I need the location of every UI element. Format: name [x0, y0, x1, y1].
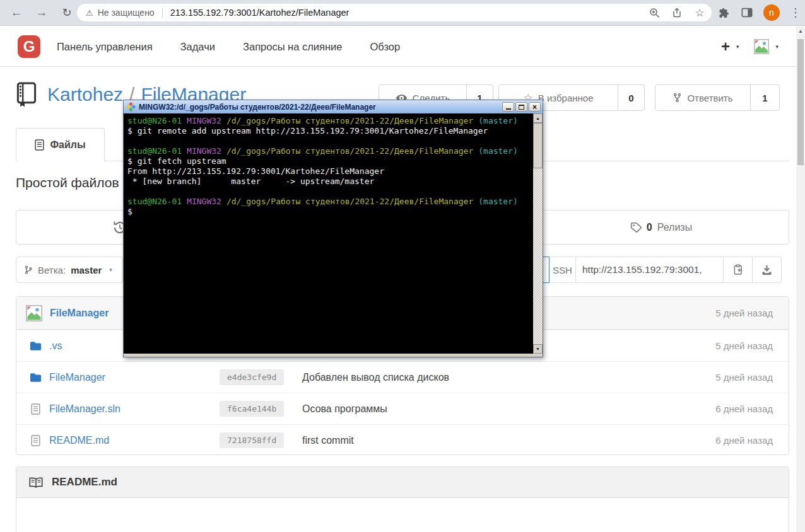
terminal-close-button[interactable]: ×	[529, 102, 541, 112]
repository-book-icon	[16, 82, 37, 107]
folder-icon	[29, 373, 42, 383]
commit-hash-badge[interactable]: e4de3cfe9d	[220, 369, 284, 385]
url-text[interactable]: 213.155.192.79:3001/Kartohez/FileManager	[170, 8, 350, 18]
side-panel-icon[interactable]	[741, 6, 753, 19]
browser-toolbar: ← → ↻ ⚠ Не защищено 213.155.192.79:3001/…	[0, 0, 805, 26]
terminal-scroll-up-button[interactable]: ▲	[533, 113, 543, 123]
commit-date: 5 дней назад	[715, 340, 773, 351]
repo-description: Простой файлов	[16, 175, 119, 190]
fork-button-group: Ответвить 1	[655, 84, 780, 111]
file-link[interactable]: .vs	[49, 340, 62, 352]
folder-icon	[29, 341, 42, 351]
gogs-navbar: G Панель управления Задачи Запросы на сл…	[0, 26, 805, 67]
mingw-terminal-window: MINGW32:/d/_gogs/Работы студентов/2021-2…	[123, 100, 543, 357]
committer-avatar-broken-image-icon	[26, 305, 42, 321]
page-scrollbar[interactable]: ▲	[796, 26, 805, 532]
avatar-caret-icon[interactable]: ▾	[775, 43, 779, 50]
download-button[interactable]	[753, 257, 782, 283]
terminal-scrollbar[interactable]: ▲ ▼	[533, 113, 543, 354]
nav-issues[interactable]: Задачи	[180, 41, 215, 53]
branch-caret-icon: ▾	[109, 267, 112, 273]
terminal-title: MINGW32:/d/_gogs/Работы студентов/2021-2…	[139, 103, 501, 112]
table-row[interactable]: README.md 7218758ffd first commit 6 дней…	[16, 424, 789, 455]
commit-date: 5 дней назад	[715, 372, 773, 383]
fork-button[interactable]: Ответвить	[655, 85, 750, 110]
terminal-maximize-button[interactable]	[515, 102, 527, 112]
terminal-scroll-down-button[interactable]: ▼	[533, 344, 543, 354]
commit-message[interactable]: Добавлен вывод списка дисков	[302, 372, 449, 383]
terminal-output: stud@N26-01MINGW32/d/_gogs/Работы студен…	[124, 113, 533, 354]
commit-date: 6 дней назад	[715, 403, 773, 414]
fork-icon	[673, 93, 682, 103]
user-avatar-broken-image-icon[interactable]	[754, 39, 769, 54]
star-count[interactable]: 0	[618, 85, 644, 110]
gogs-logo[interactable]: G	[18, 35, 40, 58]
releases-label: Релизы	[657, 222, 692, 233]
nav-dashboard[interactable]: Панель управления	[57, 41, 153, 53]
clipboard-copy-icon	[732, 264, 744, 275]
commit-hash-badge[interactable]: 7218758ffd	[220, 432, 284, 448]
file-link[interactable]: README.md	[49, 435, 109, 446]
scrollbar-up-arrow[interactable]: ▲	[796, 28, 805, 34]
fork-count[interactable]: 1	[750, 85, 779, 110]
clone-bar: HTTP SSH	[512, 257, 782, 283]
copy-url-button[interactable]	[724, 257, 753, 283]
omnibox-divider	[162, 8, 163, 18]
file-tab-icon	[35, 139, 44, 151]
file-link[interactable]: FileManager	[49, 372, 105, 383]
releases-link[interactable]: 0 Релизы	[532, 211, 790, 244]
new-repo-plus-button[interactable]: +	[721, 38, 730, 55]
browser-back-button[interactable]: ←	[8, 4, 25, 21]
scrollbar-thumb[interactable]	[797, 39, 804, 165]
terminal-bottom-frame	[124, 354, 543, 357]
download-icon	[761, 265, 772, 275]
commit-hash-badge[interactable]: f6ca4e144b	[220, 401, 284, 417]
mingw-icon	[126, 102, 136, 112]
branch-selector[interactable]: Ветка: master ▾	[16, 257, 123, 283]
clone-url-input[interactable]	[576, 257, 724, 283]
readme-header: README.md	[16, 467, 789, 498]
browser-menu-icon[interactable]: ⋮	[790, 6, 800, 20]
commit-message[interactable]: first commit	[302, 435, 354, 446]
open-book-icon	[29, 477, 43, 488]
nav-pull-requests[interactable]: Запросы на слияние	[243, 41, 343, 53]
file-icon	[29, 435, 42, 446]
not-secure-label[interactable]: Не защищено	[98, 8, 155, 18]
address-bar[interactable]: ⚠ Не защищено 213.155.192.79:3001/Kartoh…	[77, 4, 712, 21]
zoom-icon[interactable]	[649, 7, 660, 18]
plus-caret-icon[interactable]: ▾	[736, 43, 739, 50]
table-row[interactable]: FileManager.sln f6ca4e144b Осова програм…	[16, 393, 789, 424]
clone-ssh-button[interactable]: SSH	[549, 257, 576, 283]
file-link[interactable]: FileManager.sln	[49, 403, 120, 415]
repo-owner-link[interactable]: Kartohez	[47, 84, 123, 105]
readme-title: README.md	[52, 476, 117, 489]
terminal-minimize-button[interactable]	[502, 102, 514, 112]
latest-commit-date: 5 дней назад	[715, 308, 773, 318]
not-secure-warning-icon: ⚠	[86, 8, 93, 18]
terminal-titlebar[interactable]: MINGW32:/d/_gogs/Работы студентов/2021-2…	[124, 100, 543, 113]
committer-link[interactable]: FileManager	[50, 308, 109, 319]
browser-reload-button[interactable]: ↻	[58, 4, 76, 21]
nav-explore[interactable]: Обзор	[370, 41, 401, 53]
tab-files[interactable]: Файлы	[16, 128, 105, 161]
terminal-scroll-thumb[interactable]	[533, 123, 543, 168]
branch-icon	[24, 265, 33, 275]
bookmark-star-icon[interactable]: ☆	[694, 7, 705, 18]
screen: ← → ↻ ⚠ Не защищено 213.155.192.79:3001/…	[0, 0, 805, 532]
table-row[interactable]: FileManager e4de3cfe9d Добавлен вывод сп…	[16, 361, 789, 393]
commit-message[interactable]: Осова программы	[302, 403, 387, 415]
commit-date: 6 дней назад	[715, 435, 773, 446]
browser-forward-button[interactable]: →	[33, 4, 50, 21]
releases-count: 0	[647, 222, 652, 233]
extensions-icon[interactable]	[718, 6, 731, 19]
readme-panel: README.md	[16, 466, 789, 532]
file-icon	[29, 403, 42, 415]
tag-icon	[630, 222, 642, 233]
browser-profile-avatar[interactable]: n	[763, 4, 780, 21]
share-icon[interactable]	[671, 7, 683, 18]
